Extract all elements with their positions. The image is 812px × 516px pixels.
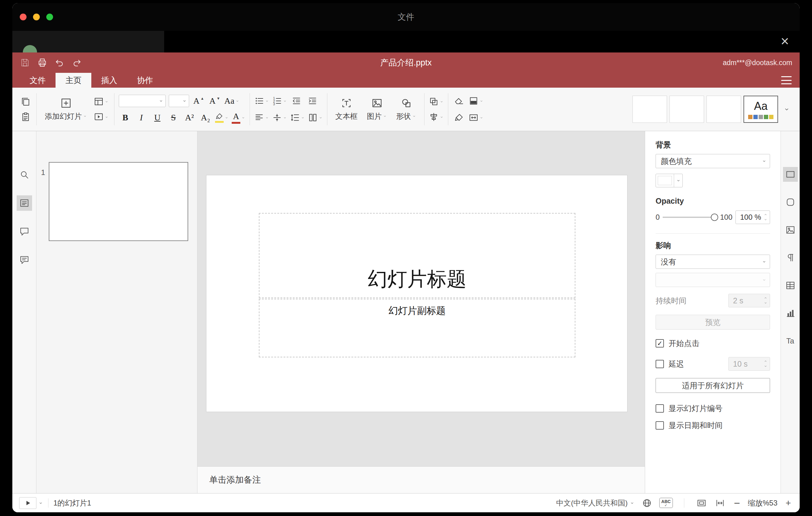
- vertical-align-icon: [272, 113, 282, 122]
- opacity-slider-knob[interactable]: [711, 213, 718, 221]
- slide-layout-button[interactable]: [94, 95, 109, 108]
- slide-settings-icon: [785, 169, 795, 179]
- vertical-align-button[interactable]: [272, 111, 287, 124]
- font-size-select[interactable]: [169, 95, 189, 107]
- copy-style-button[interactable]: [453, 111, 466, 124]
- theme-option-selected[interactable]: Aa: [744, 96, 778, 123]
- start-slideshow-statusbar-button[interactable]: [19, 497, 36, 509]
- highlighter-icon: [215, 112, 223, 120]
- subscript-button[interactable]: A₂: [199, 111, 212, 124]
- font-color-button[interactable]: A: [232, 111, 245, 124]
- theme-gallery-expand-button[interactable]: [781, 96, 793, 123]
- menu-icon[interactable]: [781, 76, 792, 84]
- zoom-out-button[interactable]: −: [732, 498, 742, 508]
- slide-size-button[interactable]: [469, 111, 484, 124]
- font-name-select[interactable]: [119, 95, 166, 107]
- bold-button[interactable]: B: [119, 111, 132, 124]
- zoom-in-button[interactable]: +: [784, 498, 793, 508]
- slide-settings-button[interactable]: [783, 167, 798, 182]
- undo-button[interactable]: [54, 57, 65, 68]
- slide-thumbnail[interactable]: [49, 162, 188, 241]
- apply-to-all-slides-button[interactable]: 适用于所有幻灯片: [656, 378, 770, 393]
- slideshow-icon: [94, 112, 104, 122]
- spinner-arrows[interactable]: [763, 212, 767, 222]
- fit-width-button[interactable]: [714, 497, 726, 509]
- chevron-down-icon: [283, 116, 287, 120]
- slide-thumbnail-number: 1: [41, 168, 45, 177]
- paste-button[interactable]: [19, 110, 32, 124]
- insert-textbox-button[interactable]: 文本框: [332, 93, 361, 126]
- image-settings-icon: [785, 225, 795, 235]
- chat-button[interactable]: [17, 252, 32, 267]
- numbered-list-button[interactable]: [272, 94, 287, 108]
- show-date-time-checkbox[interactable]: [656, 421, 664, 430]
- decrease-font-size-button[interactable]: A▼: [208, 94, 221, 108]
- copy-button[interactable]: [19, 95, 32, 108]
- tab-home[interactable]: 主页: [56, 73, 91, 88]
- image-settings-button[interactable]: [783, 223, 798, 237]
- add-slide-button[interactable]: 添加幻灯片: [41, 93, 91, 126]
- horizontal-align-button[interactable]: [254, 111, 269, 124]
- comments-button[interactable]: [17, 224, 32, 239]
- insert-image-button[interactable]: 图片: [363, 93, 390, 126]
- arrange-shape-button[interactable]: [429, 95, 444, 108]
- superscript-button[interactable]: A²: [183, 111, 196, 124]
- paintbrush-icon: [454, 113, 464, 122]
- underline-button[interactable]: U: [151, 111, 164, 124]
- increase-indent-button[interactable]: [306, 94, 319, 108]
- bullet-list-button[interactable]: [254, 94, 269, 108]
- chevron-down-icon: [235, 99, 239, 103]
- theme-option-1[interactable]: [633, 96, 667, 123]
- chart-settings-button[interactable]: [783, 306, 798, 321]
- theme-option-2[interactable]: [669, 96, 704, 123]
- start-slideshow-button[interactable]: [94, 110, 109, 124]
- italic-button[interactable]: I: [135, 111, 148, 124]
- spellcheck-button[interactable]: ABC✓: [659, 498, 673, 508]
- document-language-button[interactable]: [641, 497, 653, 509]
- chevron-down-icon: [480, 99, 484, 103]
- close-document-button[interactable]: ×: [777, 33, 793, 49]
- notes-area[interactable]: 单击添加备注: [198, 466, 645, 493]
- change-case-button[interactable]: Aa: [224, 94, 239, 108]
- shape-fill-button[interactable]: [469, 94, 484, 108]
- background-color-picker[interactable]: [656, 174, 683, 187]
- save-button[interactable]: [20, 57, 30, 68]
- columns-button[interactable]: [308, 111, 323, 124]
- slide-canvas[interactable]: 幻灯片标题 幻灯片副标题: [206, 175, 628, 412]
- show-slide-number-checkbox[interactable]: [656, 404, 664, 412]
- theme-option-3[interactable]: [706, 96, 741, 123]
- opacity-input[interactable]: 100 %: [735, 210, 770, 224]
- chevron-down-icon[interactable]: [38, 500, 43, 506]
- increase-font-size-button[interactable]: A▲: [192, 94, 205, 108]
- show-date-time-label: 显示日期和时间: [669, 420, 723, 431]
- align-shape-button[interactable]: [429, 110, 444, 124]
- title-placeholder[interactable]: 幻灯片标题: [259, 213, 575, 298]
- subtitle-placeholder[interactable]: 幻灯片副标题: [259, 299, 575, 357]
- clear-style-button[interactable]: [453, 94, 466, 108]
- tab-insert[interactable]: 插入: [91, 73, 127, 88]
- print-button[interactable]: [37, 57, 48, 68]
- tab-collaboration[interactable]: 协作: [127, 73, 163, 88]
- language-selector[interactable]: 中文(中华人民共和国): [556, 498, 635, 508]
- effect-select[interactable]: 没有: [656, 255, 770, 269]
- window-title: 文件: [12, 3, 800, 31]
- slides-panel-button[interactable]: [17, 195, 32, 211]
- slide-subtitle-text: 幻灯片副标题: [388, 304, 446, 317]
- search-button[interactable]: [17, 167, 32, 182]
- decrease-indent-button[interactable]: [290, 94, 303, 108]
- opacity-slider[interactable]: [663, 217, 717, 218]
- fit-slide-button[interactable]: [695, 497, 708, 509]
- delay-checkbox[interactable]: [656, 360, 664, 368]
- insert-shape-button[interactable]: 形状: [393, 93, 420, 126]
- start-on-click-checkbox[interactable]: ✓: [656, 339, 664, 347]
- tab-file[interactable]: 文件: [20, 73, 56, 88]
- strikethrough-button[interactable]: S: [167, 111, 180, 124]
- highlight-color-button[interactable]: [215, 111, 229, 124]
- paragraph-settings-button[interactable]: [783, 250, 798, 265]
- line-spacing-button[interactable]: [290, 111, 305, 124]
- shape-settings-button[interactable]: [783, 195, 798, 209]
- table-settings-button[interactable]: [783, 278, 798, 293]
- background-fill-select[interactable]: 颜色填充: [656, 154, 770, 168]
- redo-button[interactable]: [71, 57, 82, 68]
- textart-settings-button[interactable]: Ta: [783, 334, 798, 348]
